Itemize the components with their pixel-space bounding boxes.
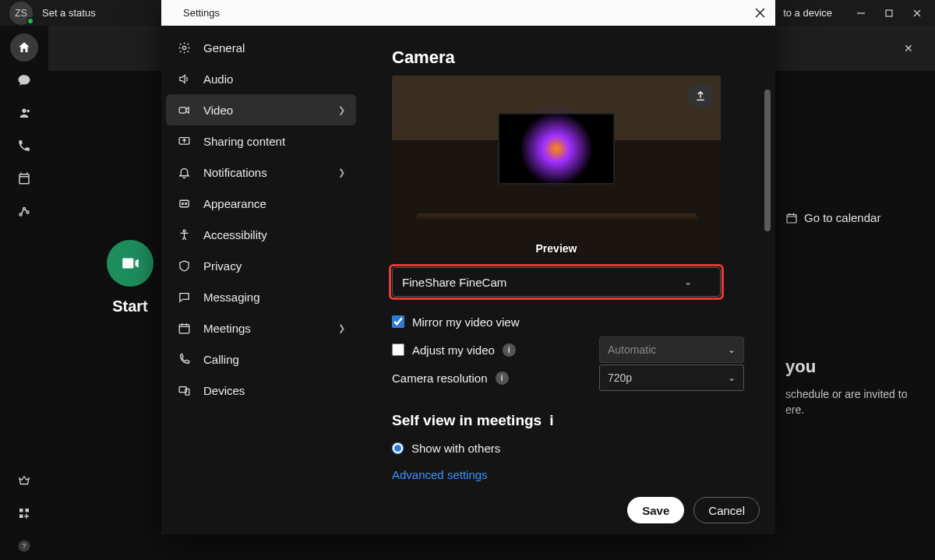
appearance-icon <box>177 197 191 210</box>
category-devices[interactable]: Devices <box>166 375 356 406</box>
presence-indicator <box>26 17 34 25</box>
settings-header: Settings <box>161 0 775 26</box>
cancel-button[interactable]: Cancel <box>693 497 760 523</box>
category-video[interactable]: Video❯ <box>166 94 356 125</box>
rail-apps-button[interactable] <box>10 499 38 527</box>
devices-icon <box>177 384 191 397</box>
category-accessibility[interactable]: Accessibility <box>166 219 356 250</box>
preview-share-button[interactable] <box>688 83 713 108</box>
advanced-settings-link[interactable]: Advanced settings <box>392 468 488 481</box>
category-meetings[interactable]: Meetings❯ <box>166 312 356 343</box>
svg-rect-8 <box>26 509 30 512</box>
category-general[interactable]: General <box>166 32 356 63</box>
calendar-icon <box>785 212 798 224</box>
svg-rect-12 <box>787 214 796 223</box>
rail-premium-button[interactable] <box>10 467 38 495</box>
category-notifications[interactable]: Notifications❯ <box>166 157 356 188</box>
gear-icon <box>177 41 191 55</box>
preview-monitor-graphic <box>498 113 615 185</box>
mirror-video-label: Mirror my video view <box>412 315 520 329</box>
rail-chat-button[interactable] <box>10 66 38 94</box>
adjust-video-checkbox[interactable] <box>392 343 404 356</box>
svg-rect-1 <box>886 10 892 16</box>
save-button[interactable]: Save <box>627 497 684 523</box>
chevron-right-icon: ❯ <box>338 323 345 333</box>
svg-rect-9 <box>19 515 23 519</box>
rail-help-button[interactable]: ? <box>10 532 38 560</box>
category-calling[interactable]: Calling <box>166 343 356 375</box>
shield-icon <box>177 259 191 273</box>
bell-icon <box>177 166 191 179</box>
set-status-link[interactable]: Set a status <box>42 7 96 19</box>
start-meeting-button[interactable] <box>107 240 153 287</box>
go-to-calendar-link[interactable]: Go to calendar <box>785 211 913 224</box>
window-minimize-button[interactable] <box>848 2 874 24</box>
rail-calls-button[interactable] <box>10 132 38 160</box>
settings-content-panel: Camera Preview FineShare FineCam ⌄ <box>361 26 775 534</box>
dismiss-banner-button[interactable]: ✕ <box>904 42 913 55</box>
category-messaging[interactable]: Messaging <box>166 281 356 312</box>
device-hint: to a device <box>783 7 832 19</box>
svg-point-4 <box>19 213 22 216</box>
svg-rect-22 <box>179 324 189 333</box>
resolution-label: Camera resolution <box>392 372 488 385</box>
upcoming-description: schedule or are invited to ere. <box>785 386 913 418</box>
rail-calendar-button[interactable] <box>10 164 38 192</box>
category-appearance[interactable]: Appearance <box>166 188 356 219</box>
accessibility-icon <box>177 228 191 241</box>
settings-dialog: Settings General Audio Video❯ Sharing co… <box>161 0 775 534</box>
chevron-right-icon: ❯ <box>338 105 345 115</box>
scrollbar-thumb[interactable] <box>764 90 771 231</box>
adjust-video-label: Adjust my video <box>412 343 495 357</box>
self-view-show-label: Show with others <box>411 442 500 455</box>
resolution-select[interactable]: 720p ⌄ <box>599 365 744 391</box>
settings-category-list: General Audio Video❯ Sharing content Not… <box>161 26 361 534</box>
svg-rect-7 <box>19 509 23 512</box>
user-avatar[interactable]: ZS <box>9 2 33 25</box>
upcoming-you-heading: you <box>785 357 913 377</box>
adjust-mode-select: Automatic ⌄ <box>599 336 744 363</box>
info-icon[interactable]: i <box>496 372 509 385</box>
rail-teams-button[interactable] <box>10 99 38 127</box>
window-maximize-button[interactable] <box>876 2 902 24</box>
avatar-initials: ZS <box>15 8 26 19</box>
settings-title: Settings <box>183 7 220 19</box>
preview-desk-graphic <box>413 213 700 222</box>
info-icon[interactable]: i <box>503 343 516 357</box>
camera-section-heading: Camera <box>392 48 744 68</box>
content-scrollbar[interactable] <box>764 90 771 471</box>
chevron-down-icon: ⌄ <box>728 372 736 383</box>
category-audio[interactable]: Audio <box>166 63 356 94</box>
chevron-down-icon: ⌄ <box>684 276 692 287</box>
rail-home-button[interactable] <box>10 33 38 62</box>
category-sharing[interactable]: Sharing content <box>166 125 356 157</box>
mirror-video-checkbox[interactable] <box>392 315 404 328</box>
svg-rect-16 <box>179 107 186 112</box>
share-icon <box>694 90 707 102</box>
svg-text:?: ? <box>22 542 26 550</box>
camera-device-select[interactable]: FineShare FineCam ⌄ <box>392 267 721 297</box>
phone-icon <box>177 353 191 366</box>
self-view-heading: Self view in meetings <box>392 412 542 429</box>
window-close-button[interactable] <box>904 2 930 24</box>
category-privacy[interactable]: Privacy <box>166 250 356 281</box>
svg-point-15 <box>182 46 185 49</box>
camera-device-value: FineShare FineCam <box>402 276 506 289</box>
info-icon[interactable]: i <box>549 412 553 429</box>
svg-point-19 <box>182 203 183 204</box>
self-view-show-radio[interactable] <box>392 442 404 454</box>
calendar-icon <box>177 322 191 335</box>
rail-activity-button[interactable] <box>10 197 38 225</box>
preview-label: Preview <box>536 242 577 255</box>
chevron-down-icon: ⌄ <box>728 344 736 355</box>
svg-point-20 <box>185 203 186 204</box>
settings-close-button[interactable] <box>752 5 767 21</box>
video-icon <box>177 104 191 117</box>
settings-footer: Save Cancel <box>361 486 775 534</box>
nav-rail: ? <box>0 26 48 560</box>
chat-icon <box>177 291 191 304</box>
svg-rect-18 <box>179 200 188 207</box>
speaker-icon <box>177 72 191 86</box>
svg-point-21 <box>183 230 185 232</box>
share-screen-icon <box>177 135 191 148</box>
